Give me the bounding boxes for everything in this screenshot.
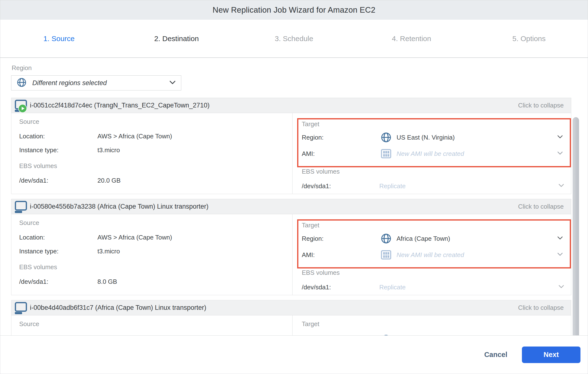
volume-row: /dev/sda1: 8.0 GB — [19, 277, 292, 286]
target-highlight-box: Target Region: US East (N. Virginia) — [297, 118, 571, 167]
chevron-down-icon — [558, 285, 564, 290]
target-ami-label: AMI: — [302, 251, 381, 259]
instance-section-1: i-0051cc2f418d7c4ec (TrangN_Trans_EC2_Ca… — [11, 98, 571, 194]
tab-schedule[interactable]: 3. Schedule — [235, 20, 353, 57]
target-ami-value: New AMI will be created — [397, 251, 464, 259]
volume-row: /dev/sda1: 20.0 GB — [19, 176, 292, 185]
instance-2-title: i-00580e4556b7a3238 (Africa (Cape Town) … — [30, 203, 209, 210]
instance-icon — [14, 302, 27, 314]
cancel-button[interactable]: Cancel — [483, 351, 509, 359]
instance-icon — [14, 200, 27, 213]
instance-1-header[interactable]: i-0051cc2f418d7c4ec (TrangN_Trans_EC2_Ca… — [11, 98, 571, 113]
instance-3-body: Source Location: AWS > Africa (Cape Town… — [11, 315, 571, 338]
chevron-down-icon — [557, 253, 563, 257]
location-label: Location: — [19, 132, 97, 140]
instance-type-value: t3.micro — [97, 248, 120, 255]
chevron-down-icon — [557, 236, 563, 241]
target-region-row[interactable]: Region: US East (N. Virginia) — [302, 132, 566, 143]
instance-1-title: i-0051cc2f418d7c4ec (TrangN_Trans_EC2_Ca… — [30, 102, 210, 109]
region-selector-label: Region — [12, 64, 588, 72]
location-value: AWS > Africa (Cape Town) — [97, 132, 172, 140]
instance-type-label: Instance type: — [19, 146, 97, 154]
replication-wizard-dialog: New Replication Job Wizard for Amazon EC… — [0, 0, 588, 374]
target-region-label: Region: — [302, 235, 381, 242]
ebs-volumes-head: EBS volumes — [293, 268, 571, 277]
target-region-label: Region: — [302, 134, 381, 141]
instance-3-target-column: Target — [293, 315, 571, 338]
location-label: Location: — [19, 234, 97, 241]
device-action-value: Replicate — [379, 182, 406, 190]
ebs-volumes-head: EBS volumes — [293, 167, 571, 176]
device-label: /dev/sda1: — [19, 278, 97, 286]
instance-section-3: i-00be4d40adb6f31c7 (Africa (Cape Town) … — [11, 300, 571, 338]
instance-type-row: Instance type: t3.micro — [19, 146, 292, 154]
instance-1-source-column: Source Location: AWS > Africa (Cape Town… — [11, 113, 293, 194]
target-highlight-box: Target Region: Africa (Cape Town) — [297, 219, 571, 268]
device-action-value: Replicate — [379, 284, 406, 291]
instance-3-header[interactable]: i-00be4d40adb6f31c7 (Africa (Cape Town) … — [11, 300, 571, 315]
target-ami-row[interactable]: AMI: New AMI will be created — [302, 148, 566, 159]
chevron-down-icon — [557, 135, 563, 140]
globe-icon — [381, 233, 391, 244]
target-region-row[interactable]: Region: Africa (Cape Town) — [302, 233, 566, 244]
instance-2-target-column: Target Region: Africa (Cape Town) — [293, 214, 571, 295]
target-column-head: Target — [302, 221, 566, 229]
tab-options[interactable]: 5. Options — [470, 20, 588, 57]
target-column-head: Target — [302, 120, 566, 128]
device-size-value: 20.0 GB — [97, 177, 121, 184]
target-volume-row[interactable]: /dev/sda1: Replicate — [293, 283, 571, 291]
ami-grid-icon — [381, 250, 391, 260]
instance-2-header[interactable]: i-00580e4556b7a3238 (Africa (Cape Town) … — [11, 199, 571, 214]
device-size-value: 8.0 GB — [97, 278, 117, 286]
instance-1-body: Source Location: AWS > Africa (Cape Town… — [11, 113, 571, 194]
target-column-head: Target — [293, 315, 571, 328]
wizard-steps: 1. Source 2. Destination 3. Schedule 4. … — [0, 20, 588, 58]
next-button[interactable]: Next — [522, 347, 580, 363]
source-column-head: Source — [19, 219, 292, 227]
instance-2-body: Source Location: AWS > Africa (Cape Town… — [11, 214, 571, 295]
wizard-footer: Cancel Next — [0, 335, 588, 374]
target-region-value: US East (N. Virginia) — [397, 134, 455, 141]
globe-icon — [381, 132, 391, 143]
region-selector-dropdown[interactable]: Different regions selected — [11, 75, 181, 90]
device-label: /dev/sda1: — [302, 182, 379, 190]
target-volume-row[interactable]: /dev/sda1: Replicate — [293, 182, 571, 190]
instance-3-source-column: Source Location: AWS > Africa (Cape Town… — [11, 315, 293, 338]
instance-section-2: i-00580e4556b7a3238 (Africa (Cape Town) … — [11, 199, 571, 295]
location-row: Location: AWS > Africa (Cape Town) — [19, 132, 292, 140]
device-label: /dev/sda1: — [302, 284, 379, 291]
target-ami-value: New AMI will be created — [397, 150, 464, 158]
globe-icon — [17, 77, 26, 88]
wizard-content: Region Different regions selected — [0, 58, 588, 335]
instance-type-row: Instance type: t3.micro — [19, 247, 292, 255]
ami-grid-icon — [381, 148, 391, 159]
instance-1-target-column: Target Region: US East (N. Virginia) — [293, 113, 571, 194]
collapse-hint: Click to collapse — [518, 304, 564, 311]
instance-running-icon — [14, 99, 27, 112]
ebs-volumes-head: EBS volumes — [19, 162, 292, 170]
device-label: /dev/sda1: — [19, 177, 97, 184]
chevron-down-icon — [557, 151, 563, 156]
page-title: New Replication Job Wizard for Amazon EC… — [213, 5, 375, 15]
location-value: AWS > Africa (Cape Town) — [97, 234, 172, 241]
play-badge-icon — [18, 104, 27, 113]
chevron-down-icon — [558, 184, 564, 188]
instance-2-source-column: Source Location: AWS > Africa (Cape Town… — [11, 214, 293, 295]
location-row: Location: AWS > Africa (Cape Town) — [19, 233, 292, 242]
target-ami-label: AMI: — [302, 150, 381, 158]
source-column-head: Source — [19, 320, 292, 328]
ebs-volumes-head: EBS volumes — [19, 263, 292, 271]
tab-destination[interactable]: 2. Destination — [118, 20, 235, 57]
region-selector-value: Different regions selected — [32, 79, 107, 87]
collapse-hint: Click to collapse — [518, 203, 564, 210]
chevron-down-icon — [169, 80, 176, 86]
target-ami-row[interactable]: AMI: New AMI will be created — [302, 250, 566, 260]
instance-type-value: t3.micro — [97, 146, 120, 154]
title-bar: New Replication Job Wizard for Amazon EC… — [0, 0, 588, 20]
target-region-value: Africa (Cape Town) — [397, 235, 450, 242]
instance-type-label: Instance type: — [19, 248, 97, 255]
tab-source[interactable]: 1. Source — [0, 20, 118, 57]
tab-retention[interactable]: 4. Retention — [353, 20, 470, 57]
collapse-hint: Click to collapse — [518, 102, 564, 109]
instance-3-title: i-00be4d40adb6f31c7 (Africa (Cape Town) … — [30, 304, 206, 311]
